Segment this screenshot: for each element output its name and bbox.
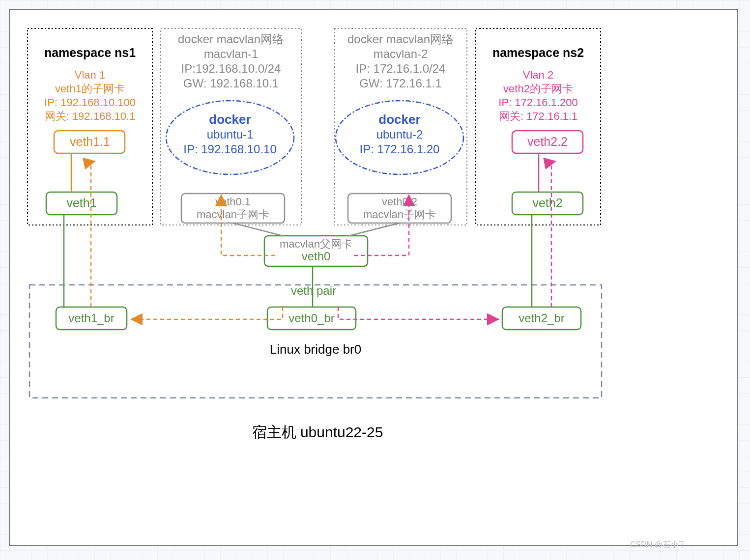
bridge-label: Linux bridge br0 <box>270 342 361 357</box>
ns1-if: veth1 <box>66 196 96 210</box>
mvnet2-container-ip: IP: 172.16.1.20 <box>360 142 440 156</box>
ns1-vlan-sub: veth1的子网卡 <box>55 83 125 95</box>
ns2-vlan-ip: IP: 172.16.1.200 <box>498 96 577 109</box>
ns2-vlan-gw: 网关: 172.16.1.1 <box>499 110 577 122</box>
parent-desc: macvlan父网卡 <box>280 238 352 250</box>
mvnet2-docker: docker <box>378 112 420 127</box>
mvnet1-subif-name: veth0.1 <box>215 196 251 208</box>
parent-name: veth0 <box>302 250 331 263</box>
mvnet2-ip: IP: 172.16.1.0/24 <box>356 62 446 75</box>
bridge-box <box>29 285 602 398</box>
host-label: 宿主机 ubuntu22-25 <box>252 424 383 440</box>
mvnet1-subif-desc: macvlan子网卡 <box>197 208 269 221</box>
mvnet1-title: docker macvlan网络 <box>178 32 284 46</box>
mvnet1-gw: GW: 192.168.10.1 <box>183 77 279 90</box>
mvnet1-container: ubuntu-1 <box>207 128 254 141</box>
link-parent-sub2 <box>349 223 400 236</box>
diagram-canvas: namespace ns1 Vlan 1 veth1的子网卡 IP: 192.1… <box>9 9 738 546</box>
ns1-subif: veth1.1 <box>70 135 110 148</box>
mvnet2-container: ubuntu-2 <box>376 128 423 141</box>
mvnet2-gw: GW: 172.16.1.1 <box>359 77 442 90</box>
veth-pair-label: veth pair <box>291 284 336 297</box>
mvnet2-subif-desc: macvlan子网卡 <box>363 208 436 221</box>
mvnet2-name: macvlan-2 <box>374 47 428 60</box>
mvnet2-subif-name: veth0.2 <box>382 196 417 208</box>
ns2-subif: veth2.2 <box>527 135 568 148</box>
diagram-svg: namespace ns1 Vlan 1 veth1的子网卡 IP: 192.1… <box>10 10 737 545</box>
ns2-vlan-title: Vlan 2 <box>523 69 553 81</box>
mvnet1-ip: IP:192.168.10.0/24 <box>181 62 281 75</box>
br-port1: veth1_br <box>68 311 114 325</box>
mvnet1-docker: docker <box>209 112 251 127</box>
mvnet1-container-ip: IP: 192.168.10.10 <box>183 142 277 156</box>
ns2-if: veth2 <box>532 196 562 210</box>
ns1-title: namespace ns1 <box>44 46 136 59</box>
ns1-vlan-gw: 网关: 192.168.10.1 <box>45 110 136 122</box>
watermark: CSDN @石小千 <box>630 540 686 550</box>
flow-orange-left <box>130 307 283 319</box>
ns1-vlan-title: Vlan 1 <box>75 69 105 81</box>
ns2-title: namespace ns2 <box>492 46 584 59</box>
ns2-vlan-sub: veth2的子网卡 <box>503 83 573 95</box>
ns1-vlan-ip: IP: 192.168.10.100 <box>44 96 136 109</box>
mvnet1-name: macvlan-1 <box>204 47 259 60</box>
br-port0: veth0_br <box>288 311 334 325</box>
br-port2: veth2_br <box>519 311 564 325</box>
flow-pink-right <box>338 307 499 319</box>
mvnet2-title: docker macvlan网络 <box>347 32 454 46</box>
link-parent-sub1 <box>233 223 283 236</box>
